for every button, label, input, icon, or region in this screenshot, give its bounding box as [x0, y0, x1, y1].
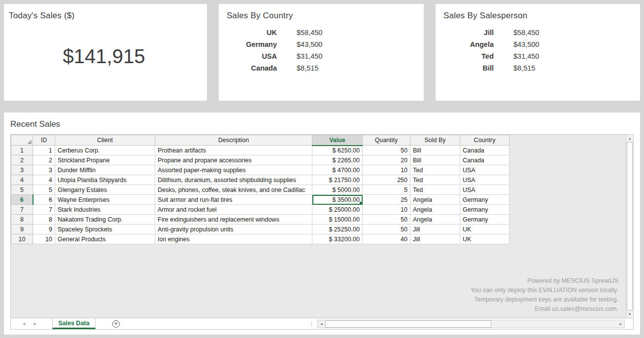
cell[interactable]: Prothean artifacts [155, 146, 312, 155]
cell[interactable]: Wayne Enterprises [55, 195, 155, 205]
cell[interactable]: Angela [410, 215, 460, 225]
cell[interactable]: $ 25000.00 [312, 205, 363, 215]
cell[interactable]: Stark Industries [55, 205, 155, 215]
cell[interactable]: Bill [410, 155, 460, 165]
cell[interactable]: 40 [363, 234, 410, 244]
column-header-sold-by[interactable]: Sold By [410, 135, 460, 146]
cell[interactable]: USA [460, 185, 509, 195]
sheet-tab-sales-data[interactable]: Sales Data [52, 318, 96, 329]
sheet-nav-next-icon[interactable]: ► [33, 321, 37, 326]
column-header-value[interactable]: Value [312, 135, 363, 146]
cell[interactable]: 9 [33, 225, 55, 234]
cell[interactable]: 50 [363, 215, 410, 225]
row-header[interactable]: 7 [11, 205, 33, 215]
cell[interactable]: Armor and rocket fuel [155, 205, 312, 215]
scroll-right-button[interactable]: ► [617, 320, 624, 328]
cell[interactable]: Germany [460, 215, 509, 225]
horizontal-scroll-track[interactable] [325, 320, 617, 328]
cell[interactable]: 8 [33, 215, 55, 225]
cell[interactable]: $ 5000.00 [312, 185, 363, 195]
cell[interactable]: $ 15000.00 [312, 215, 363, 225]
cell[interactable]: Bill [410, 146, 460, 155]
tab-strip-resizer-icon[interactable]: ⋮ [308, 320, 314, 327]
cell[interactable]: 2 [33, 155, 55, 165]
cell[interactable]: Dunder Mifflin [55, 165, 155, 175]
cell[interactable]: Ion engines [155, 234, 312, 244]
cell[interactable]: 20 [363, 155, 410, 165]
cell[interactable]: Angela [410, 205, 460, 215]
cell[interactable]: Jill [410, 234, 460, 244]
cell[interactable]: 1 [33, 146, 55, 155]
scroll-up-button[interactable]: ▲ [626, 135, 633, 142]
cell[interactable]: Nakatomi Trading Corp. [55, 215, 155, 225]
select-all-corner[interactable] [11, 135, 33, 146]
row-header[interactable]: 4 [11, 175, 33, 185]
cell[interactable]: Strickland Propane [55, 155, 155, 165]
cell[interactable]: Spaceley Sprockets [55, 225, 155, 234]
cell[interactable]: Dilithium, duranium, assorted shipbuildi… [155, 175, 312, 185]
column-header-description[interactable]: Description [155, 135, 312, 146]
cell[interactable]: Cerberus Corp. [55, 146, 155, 155]
cell[interactable]: Ted [410, 175, 460, 185]
cell[interactable]: $ 6250.00 [312, 146, 363, 155]
column-header-quantity[interactable]: Quantity [363, 135, 410, 146]
row-header[interactable]: 9 [11, 225, 33, 234]
cell[interactable]: 5 [363, 185, 410, 195]
cell[interactable]: $ 33200.00 [312, 234, 363, 244]
column-header-country[interactable]: Country [460, 135, 509, 146]
column-header-id[interactable]: ID [33, 135, 55, 146]
cell[interactable]: Canada [460, 146, 509, 155]
vertical-scrollbar[interactable]: ▲ ▼ [626, 135, 633, 318]
cell[interactable]: Propane and propane accessories [155, 155, 312, 165]
cell[interactable]: Assorted paper-making supplies [155, 165, 312, 175]
row-header[interactable]: 5 [11, 185, 33, 195]
cell[interactable]: Fire extinguishers and replacement windo… [155, 215, 312, 225]
cell[interactable]: Desks, phones, coffee, steak knives, and… [155, 185, 312, 195]
cell[interactable]: 10 [363, 205, 410, 215]
cell[interactable]: Ted [410, 185, 460, 195]
cell[interactable]: $ 3500.00 [312, 195, 363, 205]
cell[interactable]: Anti-gravity propulsion units [155, 225, 312, 234]
cell[interactable]: 6 [33, 195, 55, 205]
cell[interactable]: 10 [33, 234, 55, 244]
cell[interactable]: Ted [410, 165, 460, 175]
cell[interactable]: Germany [460, 195, 509, 205]
cell[interactable]: Jill [410, 225, 460, 234]
cell[interactable]: USA [460, 165, 509, 175]
cell[interactable]: 25 [363, 195, 410, 205]
scroll-left-button[interactable]: ◄ [318, 320, 325, 328]
cell[interactable]: Germany [460, 205, 509, 215]
row-header[interactable]: 10 [11, 234, 33, 244]
cell[interactable]: Utopia Planitia Shipyards [55, 175, 155, 185]
cell[interactable]: $ 25250.00 [312, 225, 363, 234]
cell[interactable]: 50 [363, 225, 410, 234]
cell[interactable]: USA [460, 175, 509, 185]
cell[interactable]: 5 [33, 185, 55, 195]
scroll-down-button[interactable]: ▼ [626, 310, 633, 318]
vertical-scroll-thumb[interactable] [627, 142, 633, 310]
cell[interactable]: 3 [33, 165, 55, 175]
cell[interactable]: UK [460, 225, 509, 234]
cell[interactable]: UK [460, 234, 509, 244]
cell[interactable]: 50 [363, 146, 410, 155]
horizontal-scroll-thumb[interactable] [325, 320, 491, 328]
column-header-client[interactable]: Client [55, 135, 155, 146]
cell[interactable]: $ 21750.00 [312, 175, 363, 185]
cell[interactable]: General Products [55, 234, 155, 244]
cell[interactable]: 250 [363, 175, 410, 185]
cell[interactable]: 10 [363, 165, 410, 175]
sheet-nav-prev-icon[interactable]: ◄ [22, 321, 26, 326]
row-header[interactable]: 6 [11, 195, 33, 205]
row-header[interactable]: 2 [11, 155, 33, 165]
cell[interactable]: 4 [33, 175, 55, 185]
horizontal-scrollbar[interactable]: ◄ ► [317, 320, 625, 328]
cell[interactable]: Angela [410, 195, 460, 205]
add-sheet-icon[interactable]: + [112, 320, 120, 328]
cell[interactable]: Suit armor and run-flat tires [155, 195, 312, 205]
row-header[interactable]: 8 [11, 215, 33, 225]
cell[interactable]: 7 [33, 205, 55, 215]
cell[interactable]: Canada [460, 155, 509, 165]
row-header[interactable]: 1 [11, 146, 33, 155]
cell[interactable]: $ 2265.00 [312, 155, 363, 165]
cell[interactable]: $ 4700.00 [312, 165, 363, 175]
